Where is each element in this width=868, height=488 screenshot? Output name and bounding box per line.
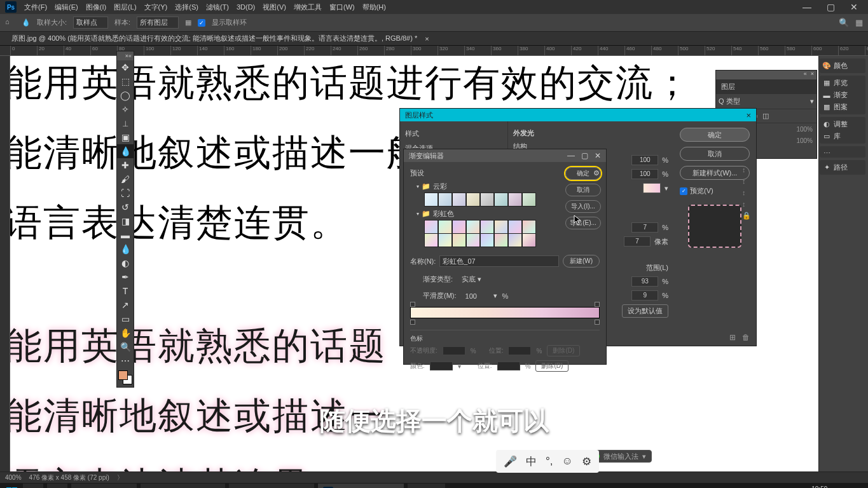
- grad-swatch[interactable]: [424, 220, 438, 234]
- grad-delete-opacity[interactable]: 删除(D): [547, 345, 580, 356]
- workspace-icon[interactable]: ▦: [855, 18, 863, 27]
- hand-tool[interactable]: ✋: [117, 326, 134, 340]
- dock-pattern[interactable]: ▩图案: [822, 102, 863, 112]
- grad-swatch[interactable]: [424, 193, 438, 207]
- tab-close-icon[interactable]: ×: [425, 35, 429, 43]
- grad-ok-button[interactable]: 确定: [565, 167, 601, 180]
- layers-search[interactable]: Q 类型: [719, 97, 740, 106]
- filter-smart-icon[interactable]: ◫: [762, 112, 769, 120]
- dock-library[interactable]: ▭库: [822, 132, 863, 141]
- dock-color[interactable]: 🎨颜色: [822, 61, 863, 71]
- path-tool[interactable]: ↗: [117, 298, 134, 312]
- ls-val-3[interactable]: 7: [631, 222, 658, 233]
- ls-cancel-button[interactable]: 取消: [680, 147, 750, 161]
- eyedropper-tool[interactable]: 💧: [117, 144, 134, 158]
- gradient-tool[interactable]: ▬: [117, 228, 134, 242]
- ime-lang-icon[interactable]: 中: [526, 454, 537, 469]
- menu-layer[interactable]: 图层(L): [111, 1, 139, 13]
- ls-preview-label[interactable]: 预览(V): [690, 186, 713, 196]
- grad-max-icon[interactable]: ▢: [581, 151, 588, 160]
- tray-clock[interactable]: 10:592024/2/26: [806, 485, 834, 488]
- grad-swatch[interactable]: [438, 193, 452, 207]
- sample-size-select[interactable]: 取样点: [73, 17, 108, 29]
- grad-swatch[interactable]: [466, 233, 480, 247]
- menu-file[interactable]: 文件(F): [22, 1, 50, 13]
- grad-min-icon[interactable]: —: [567, 151, 575, 160]
- stamp-tool[interactable]: ⛶: [117, 186, 134, 200]
- heal-tool[interactable]: ✚: [117, 158, 134, 172]
- grad-swatch[interactable]: [522, 220, 536, 234]
- minimize-icon[interactable]: —: [800, 1, 814, 13]
- grad-export-button[interactable]: 导出(E)...: [565, 217, 601, 229]
- options-overlay-icon[interactable]: ▦: [185, 18, 191, 27]
- home-icon[interactable]: ⌂: [5, 18, 15, 28]
- layers-close-icon[interactable]: ×: [811, 71, 814, 79]
- grad-swatch[interactable]: [480, 233, 494, 247]
- ime-toolbar[interactable]: 🎤 中 °, ☺ ⚙: [496, 450, 599, 473]
- grad-swatch[interactable]: [480, 220, 494, 234]
- grad-smooth-input[interactable]: 100: [462, 292, 488, 301]
- gradient-title-bar[interactable]: 渐变编辑器 — ▢ ✕: [404, 149, 606, 162]
- more-tools[interactable]: ⋯: [117, 354, 134, 368]
- search-icon[interactable]: 🔍: [839, 18, 849, 27]
- crop-tool[interactable]: ⟂: [117, 116, 134, 130]
- menu-filter[interactable]: 滤镜(T): [203, 1, 231, 13]
- grad-swatch[interactable]: [466, 220, 480, 234]
- taskbar-item-5[interactable]: 💬微信: [408, 484, 445, 488]
- ls-ok-button[interactable]: 确定: [680, 128, 750, 142]
- start-button[interactable]: [4, 485, 19, 488]
- menu-plugins[interactable]: 增效工具: [291, 1, 324, 13]
- menu-text[interactable]: 文字(Y): [142, 1, 170, 13]
- eyedropper-icon[interactable]: 💧: [22, 18, 31, 27]
- grad-swatch[interactable]: [452, 233, 466, 247]
- lasso-tool[interactable]: ◯: [117, 88, 134, 102]
- move-tool[interactable]: ✥: [117, 60, 134, 74]
- zoom-tool[interactable]: 🔍: [117, 340, 134, 354]
- grad-swatch[interactable]: [452, 220, 466, 234]
- menu-view[interactable]: 视图(V): [260, 1, 289, 13]
- brush-tool[interactable]: 🖌: [117, 172, 134, 186]
- color-swatch[interactable]: [118, 370, 132, 384]
- taskbar-item-1[interactable]: 📁文字底色效果: [71, 484, 137, 488]
- grad-new-button[interactable]: 新建(W): [563, 255, 600, 268]
- ls-val-4[interactable]: 7: [624, 236, 651, 247]
- pen-tool[interactable]: ✒: [117, 270, 134, 284]
- ls-color-swatch[interactable]: [643, 183, 661, 193]
- ls-val-6[interactable]: 9: [631, 290, 658, 301]
- menu-help[interactable]: 帮助(H): [360, 1, 389, 13]
- dodge-tool[interactable]: ◐: [117, 256, 134, 270]
- ls-new-style-button[interactable]: 新建样式(W)...: [680, 166, 750, 180]
- frame-tool[interactable]: ▣: [117, 130, 134, 144]
- dock-preview[interactable]: ▦库览: [822, 78, 863, 88]
- shape-tool[interactable]: ▭: [117, 312, 134, 326]
- grad-swatch[interactable]: [522, 233, 536, 247]
- grad-swatch[interactable]: [508, 220, 522, 234]
- grad-type-select[interactable]: 实底 ▾: [458, 274, 490, 285]
- layers-filter-icon[interactable]: ▾: [810, 97, 814, 105]
- grad-swatch[interactable]: [494, 193, 508, 207]
- eraser-tool[interactable]: ◨: [117, 214, 134, 228]
- ime-mic-icon[interactable]: 🎤: [504, 455, 517, 468]
- grad-cancel-button[interactable]: 取消: [565, 184, 601, 196]
- grad-swatch[interactable]: [480, 193, 494, 207]
- grad-swatch[interactable]: [494, 220, 508, 234]
- show-ring-checkbox[interactable]: ✓: [198, 19, 205, 27]
- blur-tool[interactable]: 💧: [117, 242, 134, 256]
- menu-edit[interactable]: 编辑(E): [52, 1, 81, 13]
- dock-gradient[interactable]: ▬渐变: [822, 90, 863, 100]
- grad-swatch[interactable]: [466, 193, 480, 207]
- maximize-icon[interactable]: ▢: [824, 1, 837, 13]
- ls-val-2[interactable]: 100: [631, 169, 658, 179]
- taskbar-item-4[interactable]: Ps原图.jpg @ 400% ...: [318, 484, 403, 488]
- document-tab[interactable]: 原图.jpg @ 400% (能用英语就熟悉的话题进行有效的交流; 能清晰地叙述…: [6, 32, 422, 44]
- grad-delete-color[interactable]: 删除(D): [535, 360, 568, 372]
- grad-swatch[interactable]: [424, 233, 438, 247]
- grad-swatch[interactable]: [508, 233, 522, 247]
- grad-swatch[interactable]: [438, 233, 452, 247]
- taskbar-item-2[interactable]: 🟠抖音创作者中心 - ...: [141, 484, 225, 488]
- grad-swatch[interactable]: [452, 193, 466, 207]
- layer-style-close-icon[interactable]: ×: [746, 111, 751, 120]
- history-brush-tool[interactable]: ↺: [117, 200, 134, 214]
- task-view[interactable]: ⊞: [47, 484, 67, 488]
- ls-new-icon[interactable]: ⊞: [729, 333, 736, 342]
